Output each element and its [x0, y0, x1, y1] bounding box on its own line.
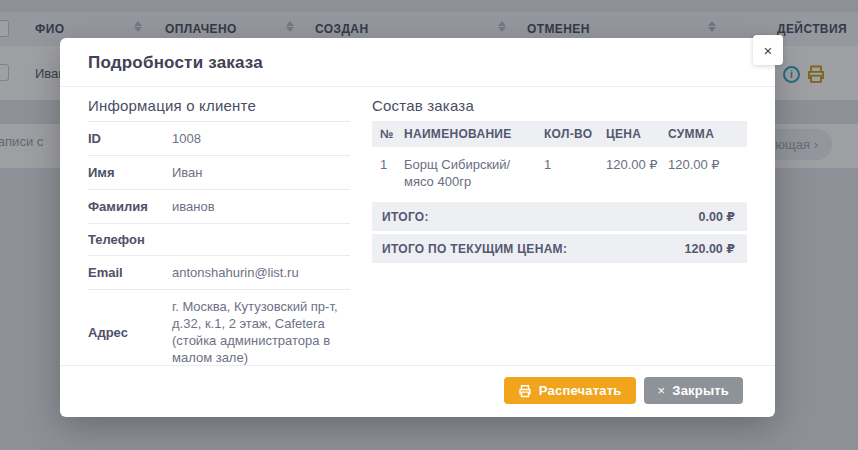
client-label: Фамилия [88, 199, 172, 214]
modal-body: Информация о клиенте ID 1008 Имя Иван Фа… [60, 87, 775, 365]
client-label: ID [88, 131, 172, 146]
client-value: иванов [172, 198, 350, 215]
order-total-row: ИТОГО: 0.00 ₽ [372, 202, 747, 231]
order-item-name: Борщ Сибирский/ мясо 400гр [400, 147, 540, 199]
total-value: 120.00 ₽ [685, 241, 735, 256]
client-label: Телефон [88, 232, 172, 247]
order-item-sum: 120.00 ₽ [664, 147, 747, 199]
printer-icon [518, 384, 532, 398]
close-icon[interactable]: × [753, 35, 783, 65]
client-row-firstname: Имя Иван [88, 156, 350, 190]
order-details-modal: × Подробности заказа Информация о клиент… [60, 38, 775, 417]
close-button-label: Закрыть [672, 383, 729, 398]
client-row-phone: Телефон [88, 224, 350, 256]
order-total-current-row: ИТОГО ПО ТЕКУЩИМ ЦЕНАМ: 120.00 ₽ [372, 234, 747, 263]
client-row-address: Адрес г. Москва, Кутузовский пр-т, д.32,… [88, 290, 350, 365]
order-item-num: 1 [372, 147, 400, 199]
order-item-row: 1 Борщ Сибирский/ мясо 400гр 1 120.00 ₽ … [372, 147, 747, 199]
client-info-heading: Информация о клиенте [88, 97, 350, 114]
order-table-header: № НАИМЕНОВАНИЕ КОЛ-ВО ЦЕНА СУММА [372, 121, 747, 147]
client-value: antonshahurin@list.ru [172, 264, 350, 281]
order-col-num: № [372, 121, 400, 147]
client-value: 1008 [172, 130, 350, 147]
order-col-name: НАИМЕНОВАНИЕ [400, 121, 540, 147]
order-contents-heading: Состав заказа [372, 97, 747, 114]
client-label: Имя [88, 165, 172, 180]
client-label: Адрес [88, 325, 172, 340]
order-item-qty: 1 [540, 147, 602, 199]
modal-footer: Распечатать × Закрыть [60, 365, 775, 417]
client-value: г. Москва, Кутузовский пр-т, д.32, к.1, … [172, 298, 350, 365]
client-row-email: Email antonshahurin@list.ru [88, 256, 350, 290]
client-label: Email [88, 265, 172, 280]
total-label: ИТОГО: [382, 210, 429, 224]
print-button[interactable]: Распечатать [504, 377, 636, 404]
client-info-section: Информация о клиенте ID 1008 Имя Иван Фа… [88, 97, 350, 365]
order-item-price: 120.00 ₽ [602, 147, 664, 199]
client-row-id: ID 1008 [88, 122, 350, 156]
client-value: Иван [172, 164, 350, 181]
order-col-price: ЦЕНА [602, 121, 664, 147]
total-value: 0.00 ₽ [699, 209, 736, 224]
total-label: ИТОГО ПО ТЕКУЩИМ ЦЕНАМ: [382, 242, 567, 256]
client-info-table: ID 1008 Имя Иван Фамилия иванов Телефон … [88, 121, 350, 365]
modal-header: Подробности заказа [60, 38, 775, 87]
order-contents-section: Состав заказа № НАИМЕНОВАНИЕ КОЛ-ВО ЦЕНА… [372, 97, 747, 365]
close-button[interactable]: × Закрыть [644, 377, 743, 404]
close-x-icon: × [658, 383, 666, 398]
order-col-qty: КОЛ-ВО [540, 121, 602, 147]
order-col-sum: СУММА [664, 121, 747, 147]
print-button-label: Распечатать [539, 383, 622, 398]
client-row-lastname: Фамилия иванов [88, 190, 350, 224]
modal-title: Подробности заказа [88, 53, 263, 72]
